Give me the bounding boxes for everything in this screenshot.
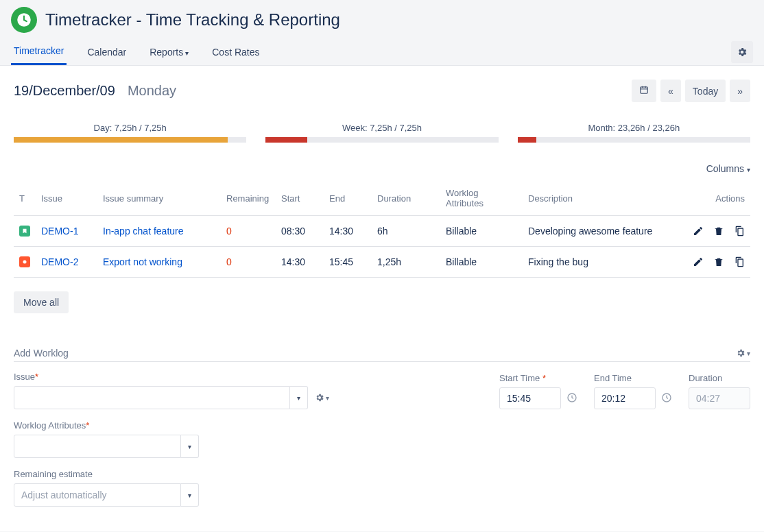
progress-day: Day: 7,25h / 7,25h	[14, 123, 246, 143]
duration-label: Duration	[689, 373, 750, 383]
calendar-icon	[639, 85, 649, 95]
date-row: 19/December/09 Monday « Today »	[14, 80, 750, 102]
copy-button[interactable]	[734, 256, 745, 267]
progress-week: Week: 7,25h / 7,25h	[265, 123, 498, 143]
remaining-value: 0	[226, 256, 232, 267]
issue-summary-link[interactable]: In-app chat feature	[103, 226, 184, 237]
col-attributes: Worklog Attributes	[440, 181, 523, 216]
delete-button[interactable]	[713, 226, 724, 237]
col-type: T	[14, 181, 36, 216]
table-row: DEMO-1In-app chat feature008:3014:306hBi…	[14, 216, 750, 247]
gear-icon	[315, 393, 324, 402]
start-value: 14:30	[276, 247, 324, 278]
clock-icon[interactable]	[661, 392, 672, 405]
col-issue: Issue	[36, 181, 97, 216]
remaining-field-group: Remaining estimate Adjust automatically …	[14, 469, 199, 507]
issue-type-icon	[19, 256, 30, 267]
remaining-select-caret[interactable]: ▾	[181, 483, 199, 507]
chevron-left-double-icon: «	[668, 86, 673, 97]
progress-row: Day: 7,25h / 7,25h Week: 7,25h / 7,25h M…	[14, 123, 750, 143]
description-value: Developing awesome feature	[523, 216, 675, 247]
add-worklog-section: Add Worklog ▾ Issue* ▾ ▾	[14, 348, 750, 507]
issue-select[interactable]	[14, 386, 290, 409]
main-content: 19/December/09 Monday « Today » Day: 7,2…	[0, 66, 764, 531]
issue-type-icon	[19, 226, 30, 237]
end-time-input[interactable]	[594, 387, 656, 409]
issue-summary-link[interactable]: Export not working	[103, 256, 182, 267]
chevron-down-icon: ▾	[747, 166, 750, 173]
current-day: Monday	[128, 83, 176, 99]
duration-value: 1,25h	[372, 247, 440, 278]
remaining-label: Remaining estimate	[14, 469, 199, 479]
progress-month: Month: 23,26h / 23,26h	[518, 123, 750, 143]
issue-field-group: Issue* ▾ ▾	[14, 372, 329, 409]
start-time-group: Start Time *	[499, 373, 577, 409]
duration-input	[689, 387, 750, 409]
issue-select-caret[interactable]: ▾	[290, 386, 308, 409]
add-worklog-settings[interactable]: ▾	[736, 348, 750, 358]
duration-group: Duration	[689, 373, 750, 409]
end-time-label: End Time	[594, 373, 672, 383]
remaining-value: 0	[226, 226, 232, 237]
issue-link[interactable]: DEMO-1	[41, 226, 78, 237]
col-end: End	[324, 181, 372, 216]
worklog-table: T Issue Issue summary Remaining Start En…	[14, 181, 750, 278]
chevron-down-icon: ▾	[185, 49, 189, 57]
issue-settings[interactable]: ▾	[315, 393, 329, 402]
col-duration: Duration	[372, 181, 440, 216]
issue-label: Issue*	[14, 372, 329, 382]
description-value: Fixing the bug	[523, 247, 675, 278]
remaining-select[interactable]: Adjust automatically	[14, 483, 181, 507]
chevron-down-icon: ▾	[747, 350, 750, 357]
gear-icon	[736, 348, 745, 358]
attributes-select-caret[interactable]: ▾	[181, 435, 199, 458]
next-day-button[interactable]: »	[730, 80, 750, 102]
chevron-right-double-icon: »	[737, 86, 743, 97]
attributes-value: Billable	[440, 247, 523, 278]
add-worklog-title: Add Worklog	[14, 348, 69, 359]
edit-button[interactable]	[693, 226, 704, 237]
chevron-down-icon: ▾	[326, 394, 329, 402]
move-all-button[interactable]: Move all	[14, 291, 69, 313]
attributes-field-group: Worklog Attributes* ▾	[14, 420, 199, 458]
col-actions: Actions	[675, 181, 750, 216]
col-remaining: Remaining	[221, 181, 276, 216]
issue-link[interactable]: DEMO-2	[41, 256, 78, 267]
col-description: Description	[523, 181, 675, 216]
clock-icon[interactable]	[566, 392, 577, 405]
prev-day-button[interactable]: «	[660, 80, 681, 102]
start-time-input[interactable]	[499, 387, 561, 409]
edit-button[interactable]	[693, 256, 704, 267]
end-value: 15:45	[324, 247, 372, 278]
end-time-group: End Time	[594, 373, 672, 409]
app-logo	[11, 7, 37, 33]
delete-button[interactable]	[713, 256, 724, 267]
tab-reports[interactable]: Reports▾	[147, 40, 191, 64]
svg-rect-1	[641, 87, 648, 93]
nav-bar: Timetracker Calendar Reports▾ Cost Rates	[0, 38, 764, 66]
attributes-value: Billable	[440, 216, 523, 247]
attributes-label: Worklog Attributes*	[14, 420, 199, 431]
col-start: Start	[276, 181, 324, 216]
tab-calendar[interactable]: Calendar	[84, 40, 129, 64]
gear-icon	[737, 47, 748, 58]
app-title: Timetracker - Time Tracking & Reporting	[45, 10, 340, 29]
calendar-button[interactable]	[632, 80, 656, 102]
copy-button[interactable]	[734, 226, 745, 237]
tab-timetracker[interactable]: Timetracker	[11, 38, 67, 65]
nav-settings-button[interactable]	[731, 41, 753, 63]
tab-cost-rates[interactable]: Cost Rates	[209, 40, 262, 64]
end-value: 14:30	[324, 216, 372, 247]
current-date: 19/December/09	[14, 83, 115, 99]
today-button[interactable]: Today	[685, 80, 726, 102]
start-time-label: Start Time *	[499, 373, 577, 383]
col-summary: Issue summary	[97, 181, 221, 216]
date-controls: « Today »	[632, 80, 750, 102]
duration-value: 6h	[372, 216, 440, 247]
columns-row: Columns▾	[14, 163, 750, 174]
columns-button[interactable]: Columns▾	[706, 163, 750, 174]
start-value: 08:30	[276, 216, 324, 247]
table-row: DEMO-2Export not working014:3015:451,25h…	[14, 247, 750, 278]
add-worklog-header: Add Worklog ▾	[14, 348, 750, 362]
attributes-select[interactable]	[14, 435, 181, 458]
